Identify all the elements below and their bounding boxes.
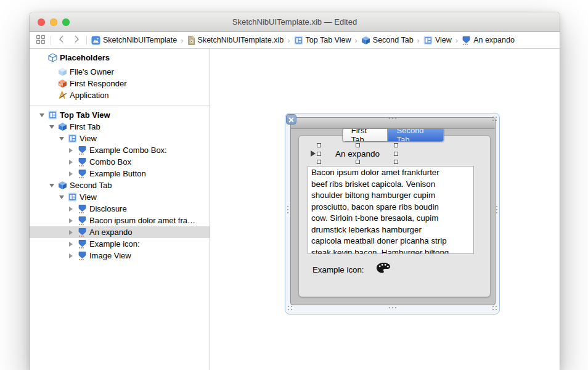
outline-row-label: Image View: [89, 251, 131, 260]
expando-icon: [77, 216, 87, 226]
breadcrumb-label: Top Tab View: [306, 36, 351, 44]
breadcrumb-label: SketchNibUITemplate: [103, 36, 177, 44]
outline-row-placeholders[interactable]: Placeholders: [30, 52, 210, 64]
resize-grip-right[interactable]: [496, 206, 497, 213]
breadcrumb-item-2[interactable]: SketchNibUITemplate.xib: [187, 36, 284, 45]
disclosure-triangle-icon[interactable]: [311, 150, 316, 157]
outline-row-label: First Tab: [70, 122, 100, 131]
breadcrumb-item-1[interactable]: SketchNibUITemplate: [91, 36, 177, 45]
disclosure-triangle-icon[interactable]: [58, 137, 67, 141]
outline-row-image-view[interactable]: Image View: [30, 250, 210, 261]
jump-bar: SketchNibUITemplate›SketchNibUITemplate.…: [30, 32, 560, 49]
disclosure-triangle-icon[interactable]: [68, 218, 77, 223]
selection-handle[interactable]: [356, 143, 360, 147]
outline-row-file-s-owner[interactable]: File's Owner: [30, 66, 210, 78]
tab-second-tab[interactable]: Second Tab: [388, 129, 444, 141]
designer-close-button[interactable]: [286, 114, 296, 125]
selection-handle[interactable]: [317, 160, 321, 164]
outline-row-example-combo-box[interactable]: Example Combo Box:: [30, 144, 210, 156]
outline-row-example-button[interactable]: Example Button: [30, 168, 210, 179]
resize-grip-bottom-right[interactable]: [492, 306, 497, 310]
related-items-button[interactable]: [35, 35, 46, 46]
outline-row-label: Example Button: [89, 169, 146, 178]
breadcrumb-item-4[interactable]: Second Tab: [361, 36, 414, 45]
disclosure-triangle-icon[interactable]: [48, 184, 57, 187]
view-icon: [67, 134, 77, 144]
outline-row-disclosure[interactable]: Disclosure: [30, 203, 210, 215]
close-window-button[interactable]: [38, 18, 45, 26]
disclosure-triangle-icon[interactable]: [68, 242, 77, 247]
disclosure-triangle-icon[interactable]: [68, 230, 77, 235]
breadcrumb-separator: ›: [417, 36, 420, 45]
disclosure-triangle-icon[interactable]: [48, 125, 57, 129]
outline-row-example-icon[interactable]: Example icon:: [30, 238, 210, 250]
outline-row-first-tab[interactable]: First Tab: [30, 121, 210, 133]
tab-view-content-box: An expando Bacon ipsum dolor amet frankf…: [298, 135, 491, 297]
outline-row-view[interactable]: View: [30, 191, 210, 203]
zoom-window-button[interactable]: [62, 18, 70, 26]
outline-row-second-tab[interactable]: Second Tab: [30, 179, 210, 191]
outline-row-label: Placeholders: [60, 53, 110, 62]
grid-icon: [36, 35, 46, 46]
selection-handle[interactable]: [394, 152, 398, 156]
resize-grip-left[interactable]: [287, 206, 288, 213]
breadcrumb-item-5[interactable]: View: [423, 36, 452, 45]
disclosure-triangle-icon[interactable]: [68, 171, 77, 176]
expando-icon: [77, 204, 87, 214]
outline-row-combo-box[interactable]: Combo Box: [30, 156, 210, 168]
resize-grip-top[interactable]: [389, 118, 396, 119]
editor-body: PlaceholdersFile's Owner1First Responder…: [30, 49, 560, 370]
disclosure-triangle-icon[interactable]: [68, 207, 77, 212]
disclosure-triangle-icon[interactable]: [38, 113, 47, 117]
disclosure-triangle-icon[interactable]: [68, 160, 77, 165]
minimize-window-button[interactable]: [50, 18, 57, 26]
cube-icon: [57, 122, 67, 132]
outline-row-an-expando[interactable]: An expando: [30, 226, 210, 238]
palette-icon: [376, 266, 391, 276]
xcode-window: SketchNibUITemplate.xib — Edited SketchN…: [30, 12, 560, 370]
view-icon: [294, 36, 303, 45]
selection-handle[interactable]: [356, 160, 360, 164]
resize-grip-top-right[interactable]: [492, 117, 497, 121]
designer-selection-frame[interactable]: An expando Bacon ipsum dolor amet frankf…: [285, 113, 500, 314]
outline-row-label: Example icon:: [89, 239, 140, 249]
disclosure-triangle-icon[interactable]: [68, 148, 77, 153]
outline-row-first-responder[interactable]: 1First Responder: [30, 78, 210, 89]
selection-handle[interactable]: [317, 152, 321, 156]
resize-grip-bottom-left[interactable]: [288, 306, 292, 310]
selection-handle[interactable]: [394, 160, 398, 164]
resize-grip-bottom[interactable]: [389, 307, 396, 308]
view-icon: [67, 192, 77, 202]
outline-row-bacon-ipsum-dolor-amet-fra[interactable]: Bacon ipsum dolor amet fra…: [30, 215, 210, 226]
breadcrumb-label: Second Tab: [373, 36, 414, 44]
designed-window[interactable]: An expando Bacon ipsum dolor amet frankf…: [290, 117, 496, 305]
selection-handle[interactable]: [317, 143, 321, 147]
outline-row-application[interactable]: Application: [30, 89, 210, 101]
outline-row-label: Example Combo Box:: [89, 146, 167, 155]
outline-row-label: Top Tab View: [60, 110, 110, 120]
document-outline: PlaceholdersFile's Owner1First Responder…: [30, 49, 210, 370]
disclosure-triangle-icon[interactable]: [58, 195, 67, 199]
chevron-right-icon: [74, 35, 80, 45]
breadcrumb-item-6[interactable]: An expando: [462, 36, 515, 45]
back-button[interactable]: [55, 35, 67, 46]
chevron-left-icon: [59, 35, 64, 45]
cube-outline-icon: [47, 53, 57, 63]
bacon-text-area[interactable]: Bacon ipsum dolor amet frankfurter beef …: [308, 166, 474, 254]
outline-row-view[interactable]: View: [30, 133, 210, 144]
palette-icon[interactable]: [376, 262, 391, 277]
expando-control[interactable]: An expando: [319, 145, 396, 162]
tab-bar: First TabSecond Tab: [342, 128, 444, 142]
outline-section-separator: [30, 105, 210, 105]
breadcrumb-label: View: [435, 36, 452, 44]
outline-row-top-tab-view[interactable]: Top Tab View: [30, 109, 210, 121]
tab-first-tab[interactable]: First Tab: [343, 129, 388, 141]
expando-icon: [77, 157, 87, 167]
forward-button[interactable]: [71, 35, 82, 46]
disclosure-triangle-icon[interactable]: [68, 253, 77, 258]
outline-row-label: View: [80, 134, 97, 143]
expando-icon: [77, 251, 87, 261]
selection-handle[interactable]: [394, 143, 398, 147]
outline-row-label: Combo Box: [89, 157, 131, 166]
breadcrumb-item-3[interactable]: Top Tab View: [294, 36, 351, 45]
